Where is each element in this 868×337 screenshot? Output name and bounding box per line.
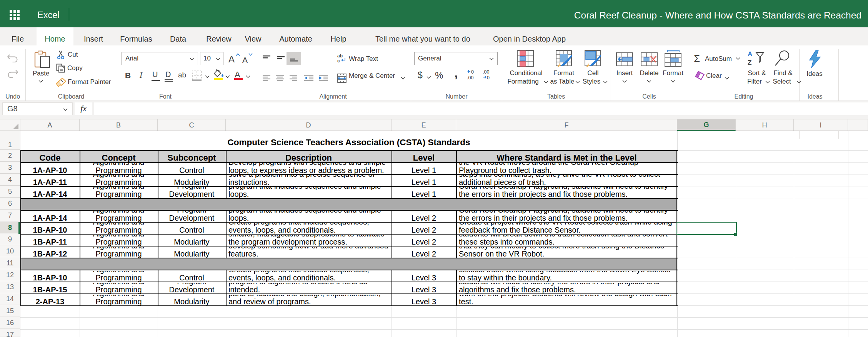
svg-text:c: c (337, 58, 340, 64)
svg-text:.00: .00 (467, 75, 473, 80)
svg-text:0: 0 (487, 75, 490, 80)
svg-text:0: 0 (471, 69, 474, 75)
svg-text:.00: .00 (483, 69, 489, 75)
svg-text:ab: ab (337, 53, 343, 59)
svg-text:A: A (748, 50, 752, 58)
svg-text:Z: Z (748, 59, 751, 66)
